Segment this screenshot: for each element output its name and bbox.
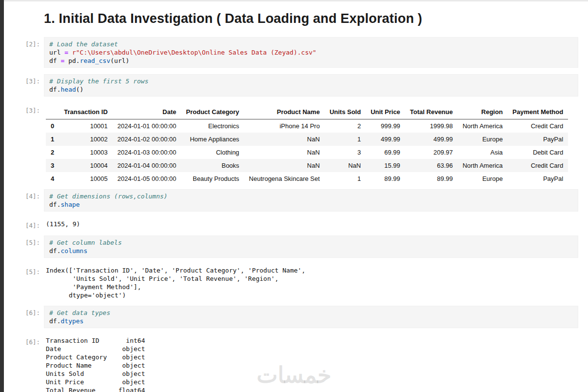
table-cell: Neutrogena Skincare Set — [244, 172, 325, 185]
code-line: df.columns — [49, 247, 573, 255]
code-token: columns — [60, 247, 87, 255]
column-header: Product Category — [181, 105, 244, 119]
output-cell-5: [5]: Index(['Transaction ID', 'Date', 'P… — [21, 264, 578, 299]
code-token: shape — [60, 201, 79, 208]
code-editor[interactable]: # Get column labelsdf.columns — [44, 235, 578, 258]
table-cell: 10004 — [59, 159, 113, 172]
output-prompt: [3]: — [21, 103, 40, 114]
table-cell: Credit Card — [508, 159, 568, 172]
code-editor[interactable]: # Load the dataseturl = r"C:\Users\abdul… — [44, 37, 578, 68]
table-cell: 10001 — [59, 119, 113, 133]
row-index: 0 — [46, 119, 59, 133]
column-header: Unit Price — [366, 105, 405, 119]
code-token: read_csv — [80, 57, 111, 64]
code-editor[interactable]: # Get dimensions (rows,columns)df.shape — [44, 189, 578, 212]
table-cell: NaN — [244, 133, 325, 146]
code-token — [68, 49, 72, 56]
code-token: url — [49, 49, 64, 56]
code-token: # Get column labels — [49, 239, 122, 246]
table-cell: NaN — [244, 146, 325, 159]
table-header-row: Transaction IDDateProduct CategoryProduc… — [46, 105, 568, 119]
output-text: Index(['Transaction ID', 'Date', 'Produc… — [46, 266, 578, 299]
code-token: # Get dimensions (rows,columns) — [49, 193, 168, 200]
table-cell: 1 — [325, 133, 366, 146]
table-cell: 2024-01-03 00:00:00 — [113, 146, 181, 159]
code-token: df. — [49, 201, 60, 208]
input-prompt: [3]: — [21, 74, 40, 85]
table-cell: Beauty Products — [181, 172, 244, 185]
table-cell: Europe — [458, 172, 508, 185]
output-area: (1155, 9) — [44, 218, 578, 228]
table-cell: Home Appliances — [181, 133, 244, 146]
row-index: 3 — [46, 159, 59, 172]
table-cell: 2 — [325, 119, 366, 133]
input-prompt: [5]: — [21, 235, 40, 246]
table-row: 3100042024-01-04 00:00:00BooksNaNNaN15.9… — [46, 159, 568, 172]
output-prompt: [5]: — [21, 264, 40, 275]
code-cell-2[interactable]: [2]: # Load the dataseturl = r"C:\Users\… — [21, 37, 578, 68]
table-cell: North America — [458, 119, 508, 133]
column-header: Transaction ID — [59, 105, 113, 119]
table-cell: 2024-01-05 00:00:00 — [113, 172, 181, 185]
code-line: url = r"C:\Users\abdul\OneDrive\Desktop\… — [49, 48, 573, 57]
code-token: () — [76, 86, 84, 93]
output-text: (1155, 9) — [46, 220, 578, 228]
table-cell: Asia — [458, 146, 508, 159]
output-cell-4: [4]: (1155, 9) — [21, 218, 578, 229]
code-line: # Get column labels — [49, 238, 573, 247]
output-cell-6: [6]: Transaction ID int64 Date object Pr… — [21, 334, 578, 392]
table-cell: Electronics — [181, 119, 244, 133]
table-cell: Books — [181, 159, 244, 172]
markdown-heading[interactable]: 1. Initial Data Investigation ( Data Loa… — [44, 11, 578, 26]
table-cell: NaN — [325, 159, 366, 172]
output-cell-3: [3]: Transaction IDDateProduct CategoryP… — [21, 103, 578, 185]
code-token: r"C:\Users\abdul\OneDrive\Desktop\Online… — [72, 49, 316, 56]
code-line: # Get data types — [49, 309, 573, 317]
code-line: df.dtypes — [49, 317, 573, 325]
table-cell: 2024-01-01 00:00:00 — [113, 119, 181, 133]
code-line: df.head() — [49, 85, 573, 94]
code-editor[interactable]: # Get data typesdf.dtypes — [44, 306, 578, 328]
output-area: Transaction ID int64 Date object Product… — [44, 334, 578, 392]
table-row: 1100022024-01-02 00:00:00Home Appliances… — [46, 133, 568, 146]
code-token: df — [49, 57, 60, 64]
table-cell: 1999.98 — [405, 119, 458, 133]
notebook-content: 1. Initial Data Investigation ( Data Loa… — [4, 1, 588, 392]
code-token: # Load the dataset — [49, 40, 118, 48]
code-cell-4[interactable]: [4]: # Get dimensions (rows,columns)df.s… — [21, 189, 578, 212]
table-cell: NaN — [244, 159, 325, 172]
table-cell: 15.99 — [366, 159, 405, 172]
table-cell: Credit Card — [508, 119, 568, 133]
table-cell: 10005 — [59, 172, 113, 185]
code-line: # Get dimensions (rows,columns) — [49, 192, 573, 200]
code-line: # Load the dataset — [49, 40, 573, 48]
column-header: Payment Method — [508, 105, 568, 119]
table-cell: 69.99 — [366, 146, 405, 159]
output-text: Transaction ID int64 Date object Product… — [46, 336, 578, 392]
output-prompt: [6]: — [21, 334, 40, 346]
table-row: 2100032024-01-03 00:00:00ClothingNaN369.… — [46, 146, 568, 159]
table-cell: Europe — [458, 133, 508, 146]
table-cell: 1 — [325, 172, 366, 185]
input-prompt: [4]: — [21, 189, 40, 200]
output-area: Transaction IDDateProduct CategoryProduc… — [44, 103, 578, 185]
code-cell-3[interactable]: [3]: # Display the first 5 rowsdf.head() — [21, 74, 578, 97]
code-line: # Display the first 5 rows — [49, 77, 573, 85]
table-cell: 2024-01-04 00:00:00 — [113, 159, 181, 172]
window-top-edge — [0, 0, 588, 1]
output-area: Index(['Transaction ID', 'Date', 'Produc… — [44, 264, 578, 299]
table-cell: PayPal — [508, 133, 568, 146]
code-cell-5[interactable]: [5]: # Get column labelsdf.columns — [21, 235, 578, 258]
column-header — [46, 105, 59, 119]
code-cell-6[interactable]: [6]: # Get data typesdf.dtypes — [21, 306, 578, 328]
table-cell: 209.97 — [405, 146, 458, 159]
code-token: df. — [49, 247, 60, 255]
code-token: # Display the first 5 rows — [49, 78, 149, 85]
table-cell: Debit Card — [508, 146, 568, 159]
column-header: Region — [458, 105, 508, 119]
dataframe-table: Transaction IDDateProduct CategoryProduc… — [46, 105, 568, 185]
code-token: df. — [49, 317, 60, 325]
table-cell: 499.99 — [366, 133, 405, 146]
code-token: = — [64, 49, 68, 56]
code-editor[interactable]: # Display the first 5 rowsdf.head() — [44, 74, 578, 97]
